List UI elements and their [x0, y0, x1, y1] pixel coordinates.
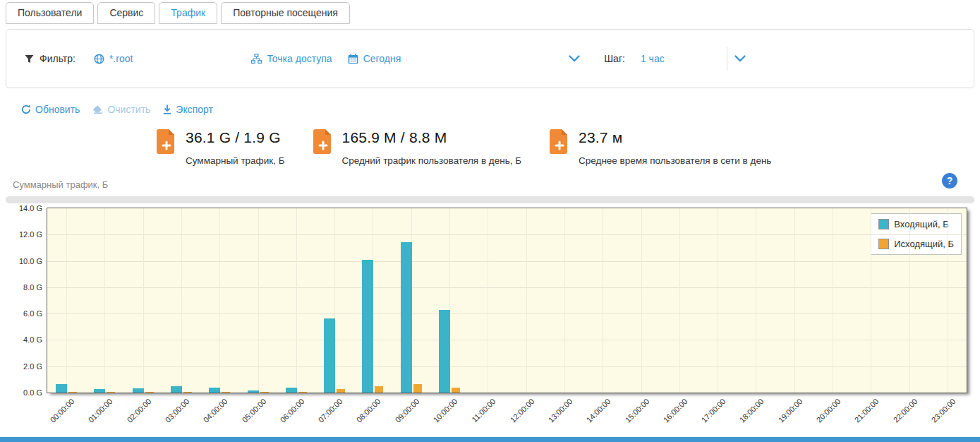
y-tick-label: 10.0 G [19, 257, 42, 265]
x-tick-label: 01:00:00 [87, 397, 114, 424]
v-gridline [526, 208, 527, 393]
stat-avg-time: 23.7 м Среднее время пользователя в сети… [550, 129, 771, 166]
bar-incoming [439, 310, 450, 393]
bar-outgoing [375, 386, 383, 393]
gridline [47, 234, 967, 235]
bar-outgoing [260, 392, 269, 393]
bar-incoming [209, 388, 220, 393]
v-gridline [794, 208, 795, 393]
access-point-label: Точка доступа [267, 53, 332, 64]
y-tick-label: 6.0 G [23, 309, 42, 318]
x-tick-label: 05:00:00 [240, 397, 267, 424]
v-gridline [909, 208, 910, 393]
bar-outgoing [452, 388, 460, 393]
bar-incoming [286, 388, 297, 393]
step-value[interactable]: 1 час [641, 53, 665, 64]
tab-repeat-visits[interactable]: Повторные посещения [221, 2, 350, 24]
gridline [47, 261, 967, 262]
tab-users[interactable]: Пользователи [6, 2, 94, 24]
help-icon[interactable]: ? [942, 173, 957, 189]
stat-total-traffic: 36.1 G / 1.9 G Суммарный трафик, Б [157, 129, 285, 166]
x-tick-label: 09:00:00 [393, 397, 421, 424]
legend-label: Входящий, Б [894, 219, 948, 229]
v-gridline [603, 208, 603, 393]
v-gridline [833, 208, 833, 393]
calendar-icon [348, 54, 358, 64]
v-gridline [564, 208, 565, 393]
refresh-button[interactable]: Обновить [21, 104, 80, 115]
chevron-down-icon[interactable] [569, 55, 580, 62]
x-tick-label: 06:00:00 [279, 397, 306, 424]
refresh-label: Обновить [35, 104, 80, 115]
stat-value: 23.7 м [579, 129, 771, 146]
x-tick-label: 08:00:00 [355, 397, 382, 424]
bar-outgoing [337, 389, 345, 393]
tab-traffic[interactable]: Трафик [159, 2, 217, 24]
legend-swatch-outgoing [878, 239, 889, 249]
step-label: Шаг: [604, 53, 625, 64]
x-tick-label: 04:00:00 [202, 397, 229, 424]
x-tick-label: 03:00:00 [164, 397, 191, 424]
access-point-link[interactable]: Точка доступа [251, 53, 332, 64]
actions-row: Обновить Очистить Экспорт [21, 104, 980, 115]
bar-incoming [324, 318, 335, 393]
stat-avg-traffic: 165.9 M / 8.8 M Средний трафик пользоват… [313, 129, 522, 166]
export-label: Экспорт [176, 104, 213, 115]
file-plus-icon [157, 129, 176, 154]
divider [727, 47, 727, 71]
traffic-chart: 0.0 G2.0 G4.0 G6.0 G8.0 G10.0 G12.0 G14.… [6, 206, 974, 441]
scope-link[interactable]: *.root [94, 53, 133, 64]
gridline [47, 366, 967, 367]
tab-service[interactable]: Сервис [97, 2, 155, 24]
v-gridline [104, 208, 105, 393]
period-value: Сегодня [363, 53, 401, 64]
v-gridline [871, 208, 871, 393]
bar-incoming [56, 384, 67, 393]
gridline [47, 287, 967, 288]
chart-scrollbar[interactable] [6, 196, 974, 203]
y-tick-label: 4.0 G [23, 335, 42, 344]
tab-bar: Пользователи Сервис Трафик Повторные пос… [0, 0, 980, 24]
x-tick-label: 07:00:00 [317, 397, 344, 424]
x-tick-label: 17:00:00 [700, 397, 727, 424]
bar-incoming [401, 242, 412, 393]
clear-label: Очистить [107, 104, 150, 115]
v-gridline [756, 208, 756, 393]
x-tick-label: 10:00:00 [432, 397, 459, 424]
legend-item-incoming: Входящий, Б [878, 219, 954, 229]
chart-title: Суммарный трафик, Б [6, 177, 974, 193]
v-gridline [679, 208, 680, 393]
v-gridline [258, 208, 259, 393]
x-tick-label: 15:00:00 [623, 397, 651, 424]
x-tick-label: 11:00:00 [471, 397, 497, 424]
gridline [47, 313, 967, 314]
x-tick-label: 00:00:00 [49, 397, 76, 424]
period-link[interactable]: Сегодня [348, 53, 401, 64]
chart-y-axis: 0.0 G2.0 G4.0 G6.0 G8.0 G10.0 G12.0 G14.… [6, 208, 42, 393]
export-button[interactable]: Экспорт [163, 104, 213, 115]
x-tick-label: 02:00:00 [125, 397, 152, 424]
x-tick-label: 19:00:00 [776, 397, 804, 424]
y-tick-label: 12.0 G [19, 230, 42, 239]
clear-button[interactable]: Очистить [92, 104, 150, 115]
bar-outgoing [183, 392, 192, 393]
stat-caption: Среднее время пользователя в сети в день [579, 155, 771, 166]
v-gridline [948, 208, 948, 393]
v-gridline [488, 208, 488, 393]
bar-outgoing [222, 392, 230, 393]
legend-label: Исходящий, Б [894, 239, 954, 249]
y-tick-label: 0.0 G [23, 388, 42, 397]
v-gridline [718, 208, 718, 393]
file-plus-icon [313, 129, 333, 154]
bar-incoming [94, 389, 105, 393]
stat-caption: Суммарный трафик, Б [186, 155, 285, 166]
chart-x-axis: 00:00:0001:00:0002:00:0003:00:0004:00:00… [47, 395, 967, 438]
bar-incoming [133, 388, 144, 393]
y-tick-label: 8.0 G [23, 283, 42, 292]
bar-outgoing [68, 392, 77, 393]
bar-incoming [171, 386, 182, 393]
file-plus-icon [550, 129, 569, 154]
network-icon [251, 54, 262, 64]
step-chevron-down-icon[interactable] [734, 55, 746, 62]
v-gridline [219, 208, 220, 393]
